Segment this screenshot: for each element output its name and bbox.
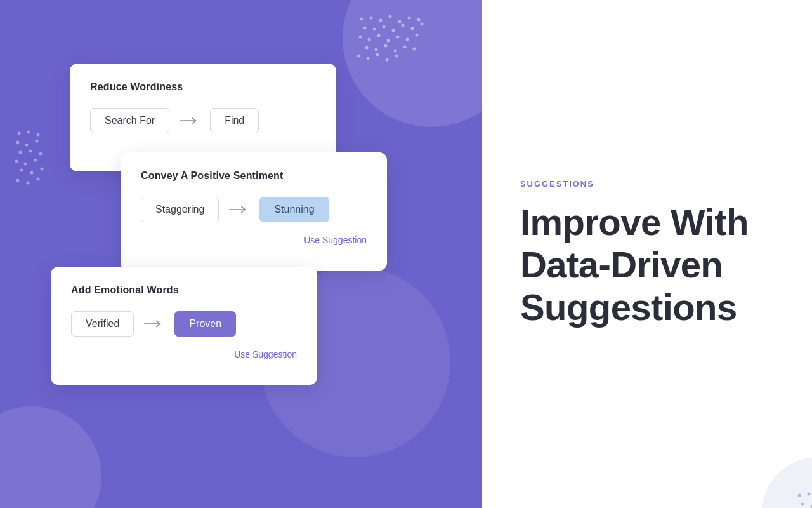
suggestions-label: SUGGESTIONS [520,179,774,189]
card-2-word-row: Staggering Stunning [141,197,367,222]
svg-point-38 [19,151,22,154]
svg-point-29 [376,53,379,57]
heading-line-1: Improve With [520,201,749,243]
svg-point-36 [25,144,29,147]
svg-point-43 [34,159,37,162]
card-2-original-word: Staggering [141,197,219,222]
svg-point-11 [402,24,405,27]
svg-point-31 [395,55,398,58]
svg-point-25 [403,46,407,49]
svg-point-10 [392,29,395,32]
card-3-original-word: Verified [71,311,134,337]
svg-point-35 [16,141,20,144]
svg-point-13 [421,23,424,26]
card-3-title: Add Emotional Words [71,284,297,296]
svg-point-48 [27,182,30,185]
cards-container: Reduce Wordiness Search For Find Convey … [51,64,406,432]
svg-point-53 [761,457,812,508]
card-3-word-row: Verified Proven [71,311,297,337]
svg-point-30 [386,58,389,62]
svg-point-45 [30,171,34,175]
svg-point-21 [365,46,369,50]
svg-point-20 [416,34,419,37]
svg-point-34 [37,133,40,137]
card-2-suggested-word: Stunning [259,197,329,222]
card-3-suggested-word: Proven [174,311,236,337]
svg-point-22 [375,48,378,51]
heading-line-2: Data-Driven [520,244,723,285]
heading-line-3: Suggestions [520,286,737,328]
svg-point-19 [406,38,409,41]
svg-point-33 [27,131,30,134]
svg-point-16 [377,34,381,37]
svg-point-3 [389,15,392,18]
svg-point-18 [396,36,400,39]
svg-point-9 [383,25,386,29]
svg-point-6 [417,18,421,22]
svg-point-8 [373,28,376,31]
left-panel: Reduce Wordiness Search For Find Convey … [0,0,482,508]
svg-point-44 [20,169,23,172]
use-suggestion-link-3[interactable]: Use Suggestion [71,349,297,359]
card-1-original-word: Search For [90,108,169,133]
svg-point-14 [359,36,362,39]
svg-point-37 [36,140,39,143]
svg-point-15 [368,38,371,41]
arrow-icon-3 [144,319,164,329]
dots-left [13,127,51,193]
use-suggestion-link-2[interactable]: Use Suggestion [141,235,367,245]
card-1-suggested-word: Find [210,108,259,133]
svg-point-54 [798,494,801,497]
svg-point-5 [408,17,411,20]
card-1-title: Reduce Wordiness [90,81,316,93]
card-1-word-row: Search For Find [90,108,316,133]
svg-point-42 [24,163,27,166]
svg-point-55 [808,493,811,496]
svg-point-0 [360,18,363,21]
svg-point-32 [18,132,21,135]
card-positive-sentiment: Convey A Positive Sentiment Staggering S… [121,152,387,271]
svg-point-12 [411,27,414,30]
card-2-title: Convey A Positive Sentiment [141,170,367,182]
deco-bottom-right [723,419,812,508]
arrow-icon-2 [229,204,249,215]
svg-point-4 [398,20,402,23]
svg-point-49 [37,178,40,181]
svg-point-59 [801,503,804,506]
svg-point-23 [384,44,388,48]
svg-point-2 [379,19,383,22]
svg-point-27 [357,55,360,58]
svg-point-26 [413,48,416,51]
svg-point-7 [363,27,367,30]
svg-point-28 [367,57,370,60]
svg-point-41 [15,160,18,163]
svg-point-47 [16,179,20,182]
svg-point-39 [29,150,32,153]
svg-point-46 [41,168,44,171]
svg-point-40 [39,152,43,156]
svg-point-17 [387,39,390,43]
dots-top [355,13,431,66]
card-emotional-words: Add Emotional Words Verified Proven Use … [51,267,317,385]
svg-point-1 [370,17,373,20]
svg-point-24 [394,50,397,53]
right-panel: SUGGESTIONS Improve With Data-Driven Sug… [482,0,812,508]
main-heading: Improve With Data-Driven Suggestions [520,201,774,328]
arrow-icon-1 [180,116,200,126]
